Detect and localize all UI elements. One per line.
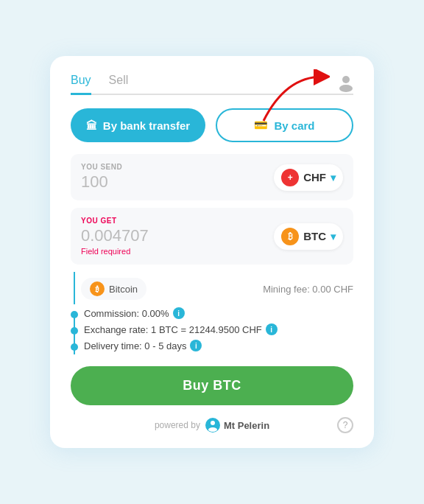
card-icon: 💳 — [254, 119, 268, 132]
pelerin-logo-icon — [205, 417, 221, 433]
send-label: YOU SEND — [81, 163, 122, 171]
svg-point-1 — [342, 76, 350, 83]
brand-name: Mt Pelerin — [224, 420, 269, 431]
get-label: YOU GET — [81, 217, 149, 225]
tab-buy[interactable]: Buy — [71, 74, 91, 95]
buy-btc-button[interactable]: Buy BTC — [71, 366, 353, 405]
bank-transfer-button[interactable]: 🏛 By bank transfer — [71, 108, 205, 142]
you-get-section: YOU GET 0.004707 Field required ₿ BTC ▾ — [71, 208, 353, 265]
payment-row: 🏛 By bank transfer 💳 By card — [71, 108, 353, 142]
bank-icon: 🏛 — [86, 119, 97, 132]
btc-symbol: ₿ — [288, 231, 293, 242]
commission-text: Commission: 0.00% — [84, 308, 169, 319]
get-currency: BTC — [303, 230, 326, 242]
exchange-info-icon[interactable]: i — [266, 323, 278, 335]
profile-icon[interactable] — [336, 72, 356, 93]
chf-icon: + — [281, 169, 299, 186]
powered-by-text: powered by — [155, 420, 200, 430]
footer: powered by Mt Pelerin ? — [71, 417, 353, 433]
bitcoin-tag: ₿ Bitcoin — [81, 278, 146, 300]
chf-cross: + — [288, 172, 293, 183]
by-card-button[interactable]: 💳 By card — [216, 108, 353, 142]
main-card: Buy Sell 🏛 By bank transfer 💳 By card YO… — [50, 56, 374, 448]
svg-point-5 — [208, 427, 217, 432]
send-value[interactable]: 100 — [81, 172, 122, 192]
bank-transfer-label: By bank transfer — [103, 119, 190, 132]
exchange-rate-content: Exchange rate: 1 BTC = 21244.9500 CHF i — [84, 323, 278, 335]
send-currency: CHF — [303, 171, 326, 183]
delivery-info-icon[interactable]: i — [190, 340, 202, 351]
delivery-dot — [71, 343, 78, 351]
tab-sell[interactable]: Sell — [109, 74, 129, 95]
svg-point-2 — [339, 85, 353, 92]
get-chevron-icon: ▾ — [331, 231, 336, 242]
btc-icon: ₿ — [281, 228, 299, 245]
commission-info-icon[interactable]: i — [173, 307, 185, 319]
details-section: Commission: 0.00% i Exchange rate: 1 BTC… — [71, 307, 353, 351]
bitcoin-btc-icon: ₿ — [90, 281, 105, 296]
tab-bar: Buy Sell — [71, 74, 353, 95]
bitcoin-name: Bitcoin — [109, 284, 138, 295]
delivery-row: Delivery time: 0 - 5 days i — [71, 340, 353, 351]
delivery-text: Delivery time: 0 - 5 days — [84, 340, 186, 351]
commission-row: Commission: 0.00% i — [71, 307, 353, 319]
help-question-icon[interactable]: ? — [337, 417, 353, 433]
you-send-section: YOU SEND 100 + CHF ▾ — [71, 154, 353, 200]
by-card-label: By card — [274, 119, 314, 132]
send-currency-selector[interactable]: + CHF ▾ — [274, 164, 343, 191]
send-chevron-icon: ▾ — [331, 172, 336, 183]
svg-point-4 — [211, 421, 215, 425]
delivery-content: Delivery time: 0 - 5 days i — [84, 340, 202, 351]
mining-fee-text: Mining fee: 0.00 CHF — [263, 284, 353, 295]
get-currency-selector[interactable]: ₿ BTC ▾ — [274, 223, 343, 250]
exchange-rate-text: Exchange rate: 1 BTC = 21244.9500 CHF — [84, 324, 262, 335]
commission-content: Commission: 0.00% i — [84, 307, 185, 319]
exchange-rate-row: Exchange rate: 1 BTC = 21244.9500 CHF i — [71, 323, 353, 335]
get-value[interactable]: 0.004707 — [81, 226, 149, 245]
get-left: YOU GET 0.004707 Field required — [81, 217, 149, 256]
send-left: YOU SEND 100 — [81, 163, 122, 192]
pelerin-brand: Mt Pelerin — [205, 417, 269, 433]
field-required-text: Field required — [81, 247, 149, 256]
